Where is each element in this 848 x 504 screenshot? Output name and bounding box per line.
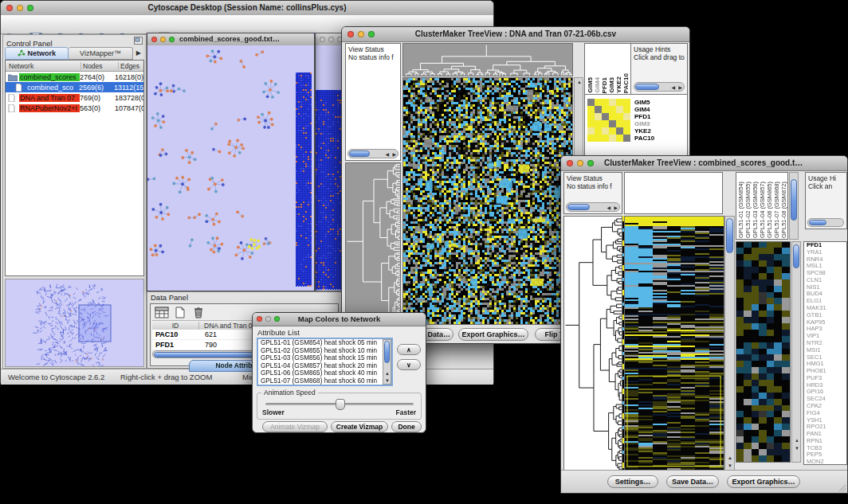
col-network[interactable]: Network (6, 62, 81, 70)
overview-canvas[interactable] (6, 279, 143, 366)
scroll-left-icon[interactable]: ◀ (607, 205, 610, 210)
minimize-button[interactable] (358, 31, 364, 37)
attribute-list-scrollbar[interactable]: ▲ ▼ (383, 339, 391, 385)
tv1-column-labels: GIM5GIM4PFD1GIM3YKE2PAC10 (585, 44, 631, 95)
table-icon[interactable] (155, 307, 169, 318)
scroll-down-icon[interactable]: ▼ (795, 446, 799, 451)
zoom-button[interactable] (368, 31, 375, 37)
move-attribute-up-button[interactable]: ∧ (397, 344, 421, 355)
scroll-right-icon[interactable]: ▶ (392, 152, 396, 157)
scroll-down-icon[interactable]: ▼ (728, 463, 732, 468)
attribute-listbox[interactable]: GPL51-01 (GSM854) heat shock 05 minGPL51… (257, 338, 393, 386)
close-button[interactable] (347, 31, 354, 37)
matrix-cell (595, 120, 602, 127)
tv2-column-dendrogram[interactable] (624, 172, 723, 214)
tv2-hints-scrollbar[interactable] (807, 218, 844, 227)
data-col-id[interactable]: ID (152, 322, 199, 330)
attribute-item[interactable]: GPL51-02 (GSM855) heat shock 10 min (258, 347, 383, 355)
matrix-cell (595, 135, 602, 142)
view-status-label: View Status (567, 174, 622, 182)
attribute-item[interactable]: GPL51-06 (GSM865) heat shock 40 min (258, 369, 383, 377)
tv2-collabel-scrollbar[interactable] (789, 172, 799, 240)
network-row[interactable]: combined_scores2764(0)16218(0) (6, 72, 143, 82)
animation-speed-slider[interactable] (265, 403, 414, 405)
usage-hints-label: Usage Hints (634, 45, 687, 53)
slider-thumb[interactable] (336, 399, 345, 410)
attribute-item[interactable]: GPL51-07 (GSM868) heat shock 60 min (258, 377, 383, 385)
network-canvas[interactable] (147, 45, 314, 291)
export-graphics-button[interactable]: Export Graphics… (727, 475, 800, 488)
attribute-item[interactable]: GPL51-03 (GSM856) heat shock 15 min (258, 354, 383, 362)
treeview2-titlebar[interactable]: ClusterMaker TreeView : combined_scores_… (561, 156, 847, 171)
zoom-button[interactable] (27, 5, 33, 11)
scroll-down-icon[interactable]: ▼ (385, 378, 390, 383)
done-button[interactable]: Done (391, 421, 422, 432)
network-row[interactable]: combined_sco2569(6)13112(15) (6, 82, 143, 92)
tab-overflow-button[interactable]: ▶ (133, 47, 144, 60)
scroll-right-icon[interactable]: ▶ (678, 85, 682, 90)
col-edges[interactable]: Edges (119, 62, 143, 70)
attribute-item[interactable]: GPL51-04 (GSM857) heat shock 20 min (258, 362, 383, 370)
close-button[interactable] (257, 316, 262, 322)
network-name: DNA and Tran 07 (19, 94, 80, 102)
new-page-icon[interactable] (174, 307, 186, 318)
trash-icon[interactable] (192, 306, 205, 318)
tv2-zoom-vscrollbar[interactable]: ▲ ▼ (791, 241, 801, 463)
scroll-right-icon[interactable]: ▶ (614, 205, 618, 210)
move-attribute-down-button[interactable]: ∨ (397, 359, 421, 370)
matrix-cell (609, 120, 616, 127)
resize-grip-icon[interactable] (837, 483, 846, 492)
create-vizmap-button[interactable]: Create Vizmap (331, 421, 388, 432)
network-row[interactable]: DNA and Tran 07769(0)183728(0) (6, 92, 143, 103)
attribute-item[interactable]: GPL51-01 (GSM854) heat shock 05 min (258, 339, 383, 347)
zoom-button[interactable] (587, 160, 594, 166)
tv1-zoom-matrix[interactable] (587, 99, 630, 142)
close-button[interactable] (151, 37, 157, 42)
tv2-heatmap[interactable] (625, 217, 724, 470)
settings-button[interactable]: Settings… (607, 475, 658, 488)
tv2-zoom-heatmap[interactable] (736, 242, 790, 462)
export-graphics-button[interactable]: Export Graphics… (458, 328, 528, 341)
save-data-button[interactable]: Save Data… (666, 475, 719, 488)
float-panel-icon[interactable] (134, 37, 143, 45)
window-controls (6, 5, 33, 11)
col-nodes[interactable]: Nodes (81, 62, 119, 70)
network-name: combined_sco (26, 84, 79, 92)
tv2-vscrollbar[interactable]: ▲ ▼ (724, 216, 735, 471)
network-overview-panel[interactable] (5, 279, 144, 367)
minimize-button[interactable] (328, 37, 334, 42)
tv1-heatmap[interactable] (403, 78, 572, 324)
tab-more-icon: ▶ (136, 49, 141, 57)
tv1-status-scrollbar[interactable]: ◀ ▶ (347, 149, 398, 158)
close-button[interactable] (6, 5, 13, 11)
animate-vizmap-button[interactable]: Animate Vizmap (262, 421, 328, 432)
tv1-column-dendrogram[interactable] (403, 44, 572, 76)
minimize-button[interactable] (265, 316, 271, 322)
zoom-button[interactable] (274, 316, 280, 322)
treeview1-titlebar[interactable]: ClusterMaker TreeView : DNA and Tran 07-… (342, 27, 689, 42)
scroll-up-icon[interactable]: ▲ (385, 371, 390, 376)
tv2-status-scrollbar[interactable]: ◀ ▶ (566, 202, 620, 212)
dialog-titlebar[interactable]: Map Colors to Network (253, 313, 426, 326)
column-label: GPL51-03 (GSM856) (752, 182, 759, 238)
minimize-button[interactable] (17, 5, 23, 11)
main-titlebar[interactable]: Cytoscape Desktop (Session Name: collins… (1, 1, 493, 16)
scroll-up-icon[interactable]: ▲ (577, 80, 582, 84)
scroll-up-icon[interactable]: ▲ (795, 438, 799, 443)
scroll-up-icon[interactable]: ▲ (728, 455, 732, 460)
network-canvas-2[interactable] (316, 45, 341, 291)
tab-network[interactable]: Network (5, 47, 69, 60)
tv2-row-dendrogram[interactable] (564, 217, 622, 470)
tv1-hints-scrollbar[interactable]: ◀ ▶ (634, 82, 685, 92)
tv1-row-dendrogram[interactable] (346, 163, 400, 324)
network-row[interactable]: RNAPuberNov2+I563(0)107847(0) (6, 103, 143, 113)
scroll-left-icon[interactable]: ◀ (671, 85, 675, 90)
gene-label[interactable]: MON2 (807, 459, 846, 465)
minimize-button[interactable] (160, 37, 166, 42)
scroll-left-icon[interactable]: ◀ (385, 152, 389, 157)
close-button[interactable] (320, 37, 325, 42)
close-button[interactable] (567, 160, 573, 166)
tab-vizmapper[interactable]: VizMapper™ (69, 47, 133, 60)
zoom-button[interactable] (169, 37, 175, 42)
minimize-button[interactable] (577, 160, 583, 166)
